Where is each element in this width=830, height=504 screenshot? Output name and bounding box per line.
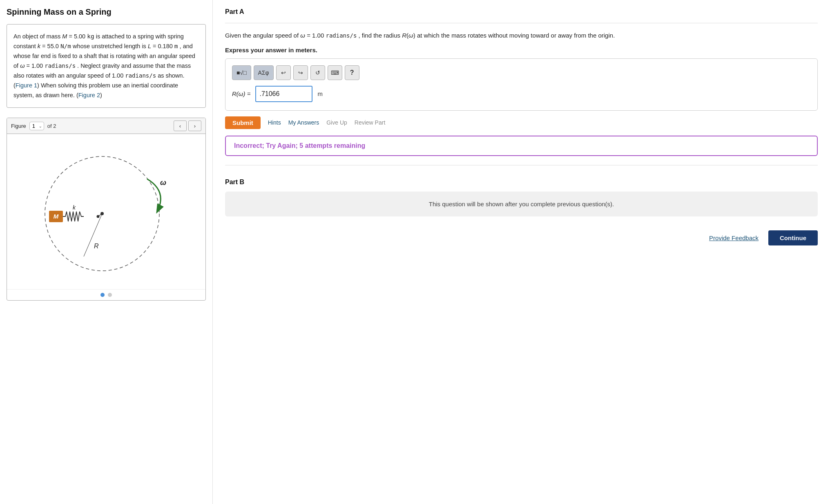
give-up-link[interactable]: Give Up (326, 119, 347, 126)
figure-svg: M R k (12, 138, 200, 285)
answer-input[interactable] (255, 86, 312, 102)
figure1-link[interactable]: Figure 1 (16, 82, 37, 89)
refresh-btn[interactable]: ↺ (310, 65, 325, 80)
part-divider (225, 165, 818, 165)
answer-box: ■√□ ΑΣφ ↩ ↪ ↺ ⌨ ? (225, 58, 818, 111)
bottom-row: Provide Feedback Continue (225, 226, 818, 245)
figure2-link[interactable]: Figure 2 (78, 92, 100, 98)
part-a-divider (225, 23, 818, 23)
undo-btn[interactable]: ↩ (276, 65, 291, 80)
part-a-description: Given the angular speed of ω = 1.00 radi… (225, 31, 818, 41)
help-btn[interactable]: ? (345, 65, 359, 80)
figure-dots (7, 289, 205, 300)
svg-line-6 (84, 214, 102, 256)
provide-feedback-link[interactable]: Provide Feedback (709, 234, 759, 241)
submit-btn[interactable]: Submit (225, 116, 261, 129)
part-b-section: Part B This question will be shown after… (225, 173, 818, 245)
greek-btn[interactable]: ΑΣφ (254, 65, 274, 80)
right-panel: Part A Given the angular speed of ω = 1.… (212, 0, 830, 504)
locked-box: This question will be shown after you co… (225, 192, 818, 216)
keyboard-icon: ⌨ (331, 69, 339, 76)
express-label: Express your answer in meters. (225, 47, 818, 54)
figure-canvas: M R k (7, 134, 205, 289)
feedback-text: Incorrect; Try Again; 5 attempts remaini… (234, 142, 365, 149)
part-a-section: Part A Given the angular speed of ω = 1.… (225, 4, 818, 156)
svg-text:k: k (73, 204, 76, 211)
hints-link[interactable]: Hints (268, 119, 281, 126)
question-icon: ? (350, 69, 354, 76)
figure-prev-btn[interactable]: ‹ (174, 120, 187, 131)
figure-dot-2 (108, 293, 112, 297)
part-b-heading: Part B (225, 174, 818, 186)
locked-message: This question will be shown after you co… (429, 201, 614, 207)
figure-select-wrapper[interactable]: 1 2 (29, 122, 44, 130)
continue-btn[interactable]: Continue (768, 230, 818, 245)
redo-icon: ↪ (298, 69, 303, 76)
svg-text:R: R (94, 243, 99, 250)
part-a-heading: Part A (225, 4, 818, 16)
figure-of-text: of 2 (47, 123, 56, 129)
action-row: Submit Hints My Answers Give Up Review P… (225, 116, 818, 129)
figure-label: Figure (11, 123, 26, 129)
figure-header: Figure 1 2 of 2 ‹ › (7, 118, 205, 134)
svg-text:M: M (54, 213, 59, 220)
svg-text:ω: ω (160, 178, 166, 187)
figure-nav-buttons: ‹ › (174, 120, 201, 131)
feedback-box: Incorrect; Try Again; 5 attempts remaini… (225, 136, 818, 156)
toolbar: ■√□ ΑΣφ ↩ ↪ ↺ ⌨ ? (232, 65, 811, 80)
left-panel: Spinning Mass on a Spring An object of m… (0, 0, 212, 504)
input-row: R(ω) = m (232, 86, 811, 102)
greek-icon: ΑΣφ (258, 69, 269, 76)
refresh-icon: ↺ (315, 69, 320, 76)
figure-controls: Figure 1 2 of 2 ‹ › (7, 118, 206, 301)
keyboard-btn[interactable]: ⌨ (328, 65, 342, 80)
undo-icon: ↩ (281, 69, 286, 76)
redo-btn[interactable]: ↪ (293, 65, 308, 80)
figure-select[interactable]: 1 2 (29, 122, 44, 130)
unit-label: m (317, 90, 323, 97)
review-part-link[interactable]: Review Part (355, 119, 385, 126)
figure-dot-1 (100, 293, 105, 297)
problem-text: An object of mass M = 5.00 kg is attache… (13, 33, 195, 98)
matrix-btn[interactable]: ■√□ (232, 65, 251, 80)
input-label: R(ω) = (232, 90, 250, 97)
my-answers-link[interactable]: My Answers (288, 119, 319, 126)
figure-next-btn[interactable]: › (188, 120, 201, 131)
page-title: Spinning Mass on a Spring (7, 7, 206, 17)
problem-box: An object of mass M = 5.00 kg is attache… (7, 24, 206, 108)
matrix-icon: ■√□ (237, 69, 247, 76)
